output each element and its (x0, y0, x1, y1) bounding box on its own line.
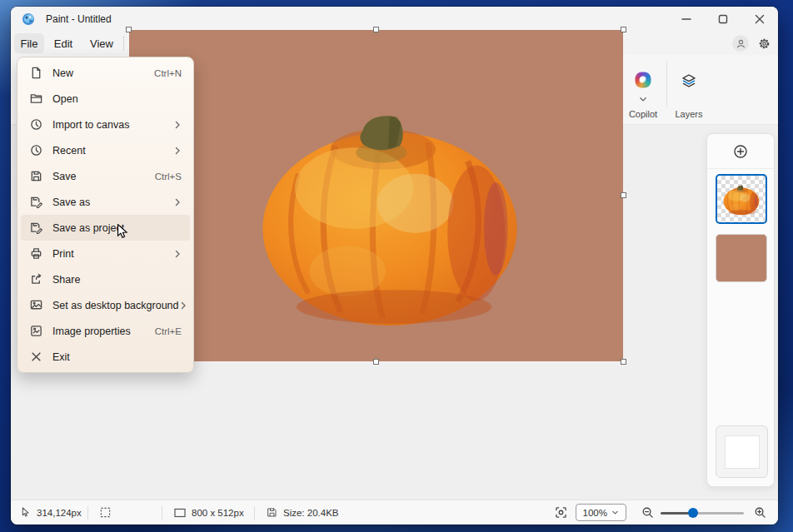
layer-thumbnail-pumpkin[interactable] (716, 174, 767, 224)
menu-item-label: Image properties (52, 326, 155, 337)
layers-button[interactable] (678, 70, 700, 92)
paint-window: Paint - Untitled File Edit View (11, 7, 778, 525)
layers-group-label: Layers (675, 109, 702, 119)
layers-panel (706, 133, 775, 487)
submenu-chevron-icon (179, 301, 187, 310)
zoom-slider-track (693, 512, 744, 515)
layer-thumbnail-background[interactable] (716, 234, 767, 282)
cursor-position-indicator: 314,124px (21, 507, 87, 518)
menu-item-image-properties[interactable]: Image properties Ctrl+E (21, 318, 190, 344)
menu-item-label: Import to canvas (52, 119, 173, 131)
menu-item-set-as-desktop-background[interactable]: Set as desktop background (21, 292, 190, 318)
minimize-button[interactable] (668, 7, 705, 32)
zoom-slider-thumb[interactable] (688, 508, 698, 518)
submenu-chevron-icon (173, 121, 182, 129)
menu-item-label: New (52, 67, 154, 79)
submenu-chevron-icon (173, 198, 182, 206)
menu-item-label: Save as (52, 196, 173, 208)
zoom-slider[interactable] (661, 505, 744, 521)
menu-item-new[interactable]: New Ctrl+N (21, 60, 190, 86)
menu-item-shortcut: Ctrl+N (154, 68, 182, 78)
submenu-chevron-icon (173, 147, 182, 155)
canvas-size-indicator: 800 x 512px (162, 508, 254, 518)
exit-x-icon (29, 351, 42, 364)
copilot-group-label: Copilot (629, 109, 657, 119)
pumpkin-painting (252, 93, 527, 331)
menu-item-label: Save (52, 171, 155, 182)
resize-handle-bottom-right[interactable] (621, 359, 626, 365)
canvas-background-tile[interactable] (716, 425, 768, 478)
menu-item-print[interactable]: Print (21, 241, 190, 266)
file-menu-dropdown: New Ctrl+N Open Import to canvas Recent (17, 57, 194, 373)
submenu-chevron-icon (173, 250, 182, 258)
drawing-canvas[interactable] (129, 30, 623, 361)
menu-item-shortcut: Ctrl+E (155, 326, 182, 336)
canvas-size-value: 800 x 512px (192, 508, 244, 518)
fit-to-screen-button[interactable] (555, 506, 567, 519)
divider (666, 61, 667, 107)
copilot-button[interactable] (636, 72, 651, 88)
resize-handle-bottom-center[interactable] (373, 359, 379, 365)
menu-item-label: Exit (52, 351, 182, 363)
menu-item-exit[interactable]: Exit (21, 344, 190, 370)
zoom-in-button[interactable] (754, 506, 766, 519)
menu-item-label: Open (52, 93, 182, 105)
import-icon (29, 118, 42, 132)
menu-item-import-to-canvas[interactable]: Import to canvas (21, 112, 190, 137)
account-button[interactable] (732, 35, 749, 52)
settings-gear-icon[interactable] (756, 35, 772, 52)
menu-file[interactable]: File (14, 33, 44, 53)
status-bar: 314,124px 800 x 512px Size: 20.4KB 100% (11, 500, 778, 525)
menu-item-label: Set as desktop background (52, 300, 179, 311)
resize-handle-top-left[interactable] (126, 27, 132, 32)
new-file-icon (29, 67, 42, 80)
save-floppy-icon (29, 170, 42, 183)
resize-handle-right-middle[interactable] (621, 192, 626, 198)
layers-panel-header (707, 134, 774, 169)
menu-edit[interactable]: Edit (48, 33, 78, 53)
background-preview (725, 435, 760, 469)
recent-clock-icon (29, 144, 42, 157)
desktop-background-icon (29, 299, 42, 312)
share-icon (29, 273, 42, 286)
zoom-level-value: 100% (583, 508, 607, 518)
divider (123, 36, 124, 51)
menu-item-label: Share (52, 274, 182, 286)
file-size-indicator: Size: 20.4KB (255, 507, 338, 518)
menu-view[interactable]: View (85, 33, 118, 53)
desktop: { "window": { "title": "Paint - Untitled… (0, 0, 793, 532)
save-as-project-icon (29, 221, 42, 235)
menu-item-recent[interactable]: Recent (21, 137, 190, 163)
image-properties-icon (29, 325, 42, 338)
add-layer-button[interactable] (731, 142, 751, 162)
cursor-position-value: 314,124px (37, 508, 82, 518)
printer-icon (29, 247, 42, 261)
maximize-button[interactable] (705, 7, 741, 32)
menu-item-label: Print (52, 248, 173, 260)
save-as-icon (29, 196, 42, 209)
menu-item-save[interactable]: Save Ctrl+S (21, 163, 190, 189)
selection-size-indicator (88, 507, 162, 518)
file-size-value: Size: 20.4KB (283, 508, 338, 518)
zoom-level-dropdown[interactable]: 100% (576, 504, 626, 521)
menu-item-label: Recent (52, 145, 173, 157)
menu-item-save-as-project[interactable]: Save as project (21, 215, 190, 241)
resize-handle-top-center[interactable] (373, 27, 379, 32)
menu-item-save-as[interactable]: Save as (21, 189, 190, 215)
menu-item-shortcut: Ctrl+S (155, 172, 182, 181)
paint-app-icon (22, 12, 35, 26)
mouse-cursor (117, 224, 130, 239)
close-button[interactable] (741, 7, 778, 32)
zoom-out-button[interactable] (641, 506, 654, 519)
resize-handle-top-right[interactable] (621, 27, 626, 32)
window-title: Paint - Untitled (46, 13, 112, 25)
menu-item-open[interactable]: Open (21, 86, 190, 112)
menu-item-share[interactable]: Share (21, 266, 190, 292)
chevron-down-icon[interactable] (639, 95, 648, 104)
open-folder-icon (29, 92, 42, 106)
